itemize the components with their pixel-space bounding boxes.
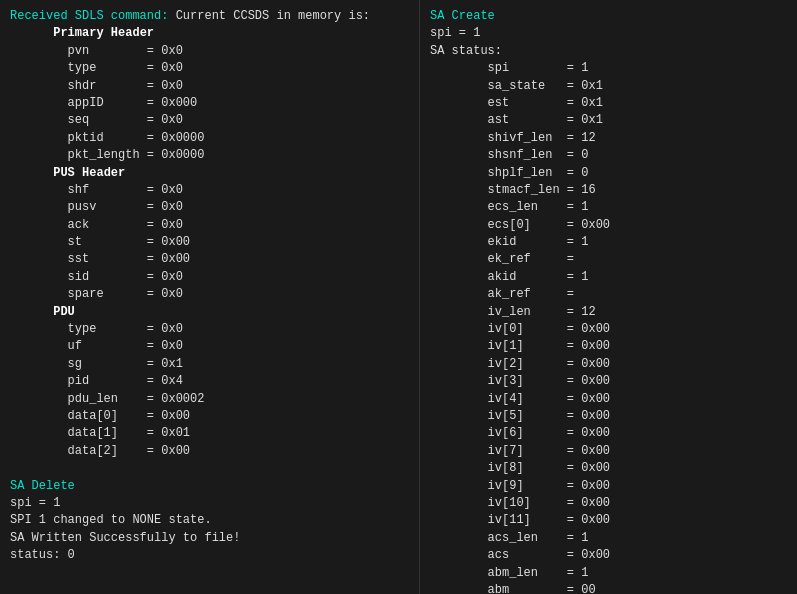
sa-create-label: SA Create xyxy=(430,9,495,23)
sa-delete-label: SA Delete xyxy=(10,479,75,493)
received-sdls-label: Received SDLS command: xyxy=(10,9,168,23)
right-panel: SA Create spi = 1 SA status: spi = 1 sa_… xyxy=(420,0,797,594)
right-terminal-content: SA Create spi = 1 SA status: spi = 1 sa_… xyxy=(430,8,787,594)
primary-header-label: Primary Header xyxy=(53,26,154,40)
left-terminal-content: Received SDLS command: Current CCSDS in … xyxy=(10,8,409,565)
left-panel: Received SDLS command: Current CCSDS in … xyxy=(0,0,420,594)
pus-header-label: PUS Header xyxy=(53,166,125,180)
pdu-label: PDU xyxy=(53,305,75,319)
